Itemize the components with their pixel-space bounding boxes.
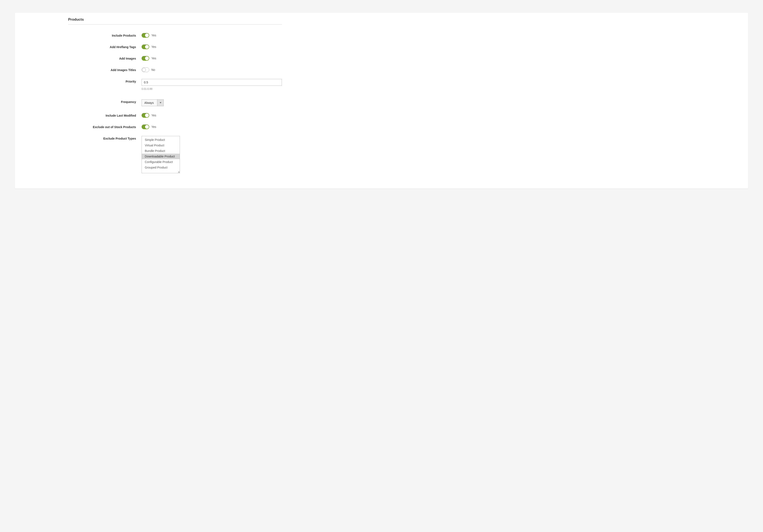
toggle-value-exclude-out-of-stock: Yes [151,125,156,129]
label-priority: Priority [68,79,142,83]
field-add-images-titles: Add Images Titles No [68,67,282,72]
chevron-down-icon [160,102,162,103]
label-exclude-product-types: Exclude Product Types [68,136,142,140]
multiselect-option[interactable]: Configurable Product [142,159,180,165]
label-include-products: Include Products [68,33,142,37]
select-frequency[interactable]: Always [142,99,164,106]
resize-handle-icon [177,171,179,173]
field-add-images: Add Images Yes [68,56,282,61]
toggle-include-products[interactable] [142,33,149,38]
toggle-value-add-images: Yes [151,56,156,60]
label-frequency: Frequency [68,99,142,104]
label-add-images-titles: Add Images Titles [68,67,142,72]
toggle-include-last-modified[interactable] [142,113,149,118]
toggle-add-images-titles[interactable] [142,67,149,72]
field-priority: Priority 0.01-0.99 [68,79,282,90]
multiselect-exclude-product-types[interactable]: Simple Product Virtual Product Bundle Pr… [142,136,180,173]
toggle-exclude-out-of-stock[interactable] [142,125,149,129]
select-frequency-button[interactable] [157,100,164,106]
toggle-add-hreflang[interactable] [142,44,149,49]
input-priority[interactable] [142,79,282,86]
multiselect-option[interactable]: Virtual Product [142,142,180,148]
select-frequency-value: Always [142,100,157,106]
toggle-add-images[interactable] [142,56,149,61]
field-include-products: Include Products Yes [68,33,282,38]
label-include-last-modified: Include Last Modified [68,113,142,117]
toggle-value-add-images-titles: No [151,68,155,71]
help-priority: 0.01-0.99 [142,87,282,90]
field-exclude-out-of-stock: Exclude out of Stock Products Yes [68,125,282,129]
label-add-hreflang: Add Hreflang Tags [68,44,142,49]
toggle-value-add-hreflang: Yes [151,45,156,48]
multiselect-option[interactable]: Bundle Product [142,148,180,154]
field-exclude-product-types: Exclude Product Types Simple Product Vir… [68,136,282,173]
multiselect-option[interactable]: Downloadable Product [142,154,180,159]
label-exclude-out-of-stock: Exclude out of Stock Products [68,125,142,129]
toggle-value-include-products: Yes [151,34,156,37]
multiselect-option[interactable]: Grouped Product [142,165,180,170]
section-title: Products [68,15,282,25]
field-frequency: Frequency Always [68,99,282,106]
multiselect-option[interactable]: Simple Product [142,137,180,142]
toggle-value-include-last-modified: Yes [151,114,156,117]
settings-panel: Products Include Products Yes Add Hrefla… [15,13,748,189]
field-include-last-modified: Include Last Modified Yes [68,113,282,118]
label-add-images: Add Images [68,56,142,60]
field-add-hreflang: Add Hreflang Tags Yes [68,44,282,49]
